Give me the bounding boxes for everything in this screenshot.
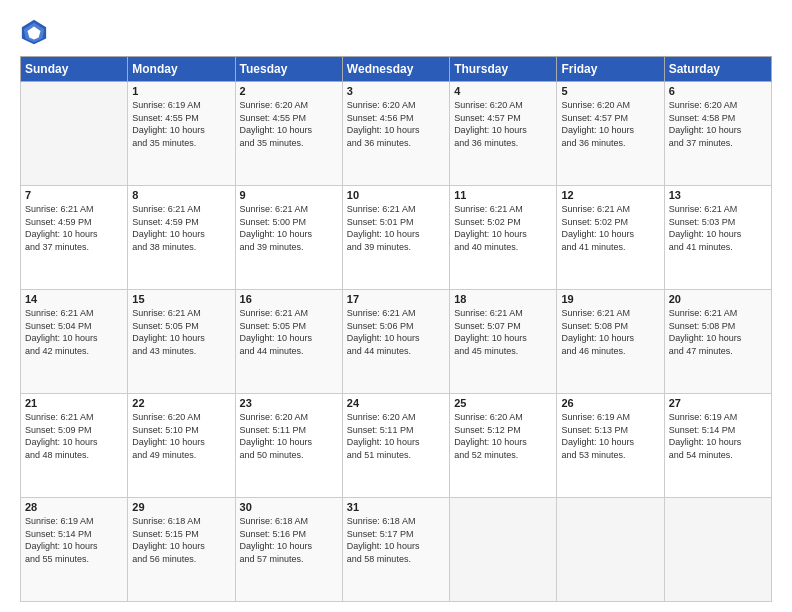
- day-info: Sunrise: 6:20 AM Sunset: 5:11 PM Dayligh…: [347, 411, 445, 461]
- calendar-cell: 9Sunrise: 6:21 AM Sunset: 5:00 PM Daylig…: [235, 186, 342, 290]
- day-info: Sunrise: 6:20 AM Sunset: 4:58 PM Dayligh…: [669, 99, 767, 149]
- day-number: 16: [240, 293, 338, 305]
- day-number: 27: [669, 397, 767, 409]
- col-header-thursday: Thursday: [450, 57, 557, 82]
- day-info: Sunrise: 6:21 AM Sunset: 5:07 PM Dayligh…: [454, 307, 552, 357]
- calendar-cell: 10Sunrise: 6:21 AM Sunset: 5:01 PM Dayli…: [342, 186, 449, 290]
- day-info: Sunrise: 6:21 AM Sunset: 5:01 PM Dayligh…: [347, 203, 445, 253]
- day-info: Sunrise: 6:20 AM Sunset: 5:12 PM Dayligh…: [454, 411, 552, 461]
- day-info: Sunrise: 6:21 AM Sunset: 5:08 PM Dayligh…: [561, 307, 659, 357]
- day-info: Sunrise: 6:19 AM Sunset: 5:14 PM Dayligh…: [25, 515, 123, 565]
- day-number: 23: [240, 397, 338, 409]
- day-number: 22: [132, 397, 230, 409]
- col-header-tuesday: Tuesday: [235, 57, 342, 82]
- calendar-cell: 31Sunrise: 6:18 AM Sunset: 5:17 PM Dayli…: [342, 498, 449, 602]
- day-number: 10: [347, 189, 445, 201]
- calendar-cell: 4Sunrise: 6:20 AM Sunset: 4:57 PM Daylig…: [450, 82, 557, 186]
- calendar-cell: 23Sunrise: 6:20 AM Sunset: 5:11 PM Dayli…: [235, 394, 342, 498]
- calendar-cell: 29Sunrise: 6:18 AM Sunset: 5:15 PM Dayli…: [128, 498, 235, 602]
- header: [20, 18, 772, 46]
- day-info: Sunrise: 6:20 AM Sunset: 5:10 PM Dayligh…: [132, 411, 230, 461]
- calendar-cell: 18Sunrise: 6:21 AM Sunset: 5:07 PM Dayli…: [450, 290, 557, 394]
- week-row-1: 1Sunrise: 6:19 AM Sunset: 4:55 PM Daylig…: [21, 82, 772, 186]
- day-info: Sunrise: 6:21 AM Sunset: 5:00 PM Dayligh…: [240, 203, 338, 253]
- day-info: Sunrise: 6:21 AM Sunset: 4:59 PM Dayligh…: [132, 203, 230, 253]
- col-header-monday: Monday: [128, 57, 235, 82]
- calendar-cell: 8Sunrise: 6:21 AM Sunset: 4:59 PM Daylig…: [128, 186, 235, 290]
- day-number: 13: [669, 189, 767, 201]
- day-info: Sunrise: 6:20 AM Sunset: 5:11 PM Dayligh…: [240, 411, 338, 461]
- day-number: 31: [347, 501, 445, 513]
- calendar-cell: 15Sunrise: 6:21 AM Sunset: 5:05 PM Dayli…: [128, 290, 235, 394]
- day-number: 20: [669, 293, 767, 305]
- calendar-cell: [557, 498, 664, 602]
- calendar-cell: 11Sunrise: 6:21 AM Sunset: 5:02 PM Dayli…: [450, 186, 557, 290]
- day-number: 3: [347, 85, 445, 97]
- calendar-cell: 21Sunrise: 6:21 AM Sunset: 5:09 PM Dayli…: [21, 394, 128, 498]
- week-row-3: 14Sunrise: 6:21 AM Sunset: 5:04 PM Dayli…: [21, 290, 772, 394]
- day-info: Sunrise: 6:21 AM Sunset: 5:02 PM Dayligh…: [454, 203, 552, 253]
- calendar-cell: 25Sunrise: 6:20 AM Sunset: 5:12 PM Dayli…: [450, 394, 557, 498]
- week-row-5: 28Sunrise: 6:19 AM Sunset: 5:14 PM Dayli…: [21, 498, 772, 602]
- day-number: 19: [561, 293, 659, 305]
- day-info: Sunrise: 6:20 AM Sunset: 4:57 PM Dayligh…: [561, 99, 659, 149]
- day-info: Sunrise: 6:21 AM Sunset: 4:59 PM Dayligh…: [25, 203, 123, 253]
- calendar-cell: 20Sunrise: 6:21 AM Sunset: 5:08 PM Dayli…: [664, 290, 771, 394]
- day-info: Sunrise: 6:21 AM Sunset: 5:03 PM Dayligh…: [669, 203, 767, 253]
- col-header-sunday: Sunday: [21, 57, 128, 82]
- day-info: Sunrise: 6:21 AM Sunset: 5:05 PM Dayligh…: [132, 307, 230, 357]
- day-number: 12: [561, 189, 659, 201]
- col-header-friday: Friday: [557, 57, 664, 82]
- calendar-cell: 22Sunrise: 6:20 AM Sunset: 5:10 PM Dayli…: [128, 394, 235, 498]
- calendar-cell: [664, 498, 771, 602]
- day-number: 14: [25, 293, 123, 305]
- day-info: Sunrise: 6:21 AM Sunset: 5:05 PM Dayligh…: [240, 307, 338, 357]
- day-number: 9: [240, 189, 338, 201]
- col-header-wednesday: Wednesday: [342, 57, 449, 82]
- day-number: 7: [25, 189, 123, 201]
- day-info: Sunrise: 6:21 AM Sunset: 5:09 PM Dayligh…: [25, 411, 123, 461]
- calendar-cell: 3Sunrise: 6:20 AM Sunset: 4:56 PM Daylig…: [342, 82, 449, 186]
- calendar-cell: 24Sunrise: 6:20 AM Sunset: 5:11 PM Dayli…: [342, 394, 449, 498]
- day-number: 25: [454, 397, 552, 409]
- day-info: Sunrise: 6:21 AM Sunset: 5:08 PM Dayligh…: [669, 307, 767, 357]
- calendar-cell: 19Sunrise: 6:21 AM Sunset: 5:08 PM Dayli…: [557, 290, 664, 394]
- day-number: 29: [132, 501, 230, 513]
- calendar-cell: 1Sunrise: 6:19 AM Sunset: 4:55 PM Daylig…: [128, 82, 235, 186]
- day-number: 4: [454, 85, 552, 97]
- day-info: Sunrise: 6:21 AM Sunset: 5:04 PM Dayligh…: [25, 307, 123, 357]
- day-info: Sunrise: 6:18 AM Sunset: 5:17 PM Dayligh…: [347, 515, 445, 565]
- day-number: 17: [347, 293, 445, 305]
- calendar-cell: [450, 498, 557, 602]
- page: SundayMondayTuesdayWednesdayThursdayFrid…: [0, 0, 792, 612]
- day-number: 18: [454, 293, 552, 305]
- calendar-table: SundayMondayTuesdayWednesdayThursdayFrid…: [20, 56, 772, 602]
- calendar-cell: 17Sunrise: 6:21 AM Sunset: 5:06 PM Dayli…: [342, 290, 449, 394]
- day-number: 6: [669, 85, 767, 97]
- day-info: Sunrise: 6:20 AM Sunset: 4:55 PM Dayligh…: [240, 99, 338, 149]
- day-info: Sunrise: 6:20 AM Sunset: 4:57 PM Dayligh…: [454, 99, 552, 149]
- calendar-cell: 12Sunrise: 6:21 AM Sunset: 5:02 PM Dayli…: [557, 186, 664, 290]
- day-number: 15: [132, 293, 230, 305]
- day-number: 1: [132, 85, 230, 97]
- calendar-cell: 2Sunrise: 6:20 AM Sunset: 4:55 PM Daylig…: [235, 82, 342, 186]
- day-number: 21: [25, 397, 123, 409]
- calendar-cell: 16Sunrise: 6:21 AM Sunset: 5:05 PM Dayli…: [235, 290, 342, 394]
- day-number: 24: [347, 397, 445, 409]
- calendar-cell: 27Sunrise: 6:19 AM Sunset: 5:14 PM Dayli…: [664, 394, 771, 498]
- calendar-cell: 6Sunrise: 6:20 AM Sunset: 4:58 PM Daylig…: [664, 82, 771, 186]
- col-header-saturday: Saturday: [664, 57, 771, 82]
- calendar-cell: [21, 82, 128, 186]
- day-number: 11: [454, 189, 552, 201]
- day-info: Sunrise: 6:19 AM Sunset: 5:13 PM Dayligh…: [561, 411, 659, 461]
- calendar-cell: 26Sunrise: 6:19 AM Sunset: 5:13 PM Dayli…: [557, 394, 664, 498]
- day-info: Sunrise: 6:21 AM Sunset: 5:02 PM Dayligh…: [561, 203, 659, 253]
- calendar-cell: 28Sunrise: 6:19 AM Sunset: 5:14 PM Dayli…: [21, 498, 128, 602]
- day-number: 8: [132, 189, 230, 201]
- week-row-4: 21Sunrise: 6:21 AM Sunset: 5:09 PM Dayli…: [21, 394, 772, 498]
- calendar-cell: 5Sunrise: 6:20 AM Sunset: 4:57 PM Daylig…: [557, 82, 664, 186]
- calendar-cell: 7Sunrise: 6:21 AM Sunset: 4:59 PM Daylig…: [21, 186, 128, 290]
- calendar-cell: 14Sunrise: 6:21 AM Sunset: 5:04 PM Dayli…: [21, 290, 128, 394]
- calendar-cell: 13Sunrise: 6:21 AM Sunset: 5:03 PM Dayli…: [664, 186, 771, 290]
- day-info: Sunrise: 6:20 AM Sunset: 4:56 PM Dayligh…: [347, 99, 445, 149]
